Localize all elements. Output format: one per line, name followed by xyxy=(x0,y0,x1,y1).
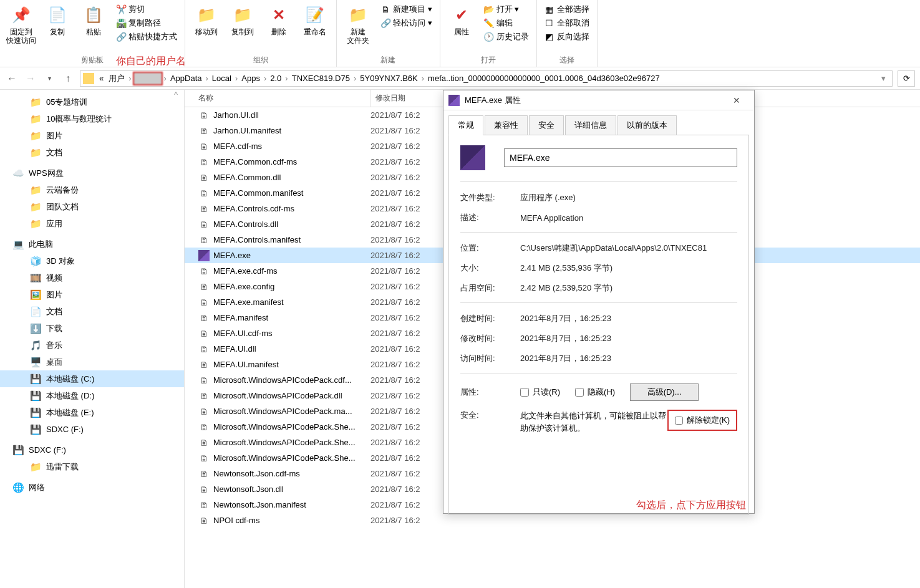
breadcrumb-dropdown-icon[interactable]: ▾ xyxy=(878,74,889,83)
shortcut-icon: 🔗 xyxy=(116,32,126,42)
readonly-checkbox[interactable]: 只读(R) xyxy=(520,387,560,398)
pin-to-quick-access-button[interactable]: 📌 固定到 快速访问 xyxy=(5,2,37,51)
nav-item-19[interactable]: 💾SDXC (F:) xyxy=(0,421,184,438)
breadcrumb-users[interactable]: 用户 xyxy=(106,71,127,86)
file-name: MEFA.UI.cdf-ms xyxy=(213,329,370,338)
nav-item-7[interactable]: 📁应用 xyxy=(0,215,184,232)
nav-item-4[interactable]: ☁️WPS网盘 xyxy=(0,165,184,181)
properties-button[interactable]: ✔ 属性 xyxy=(445,2,478,51)
easy-access-button[interactable]: 🔗轻松访问 ▾ xyxy=(378,16,435,30)
column-name[interactable]: 名称 xyxy=(185,90,370,107)
file-date: 2021/8/7 16:2 xyxy=(370,142,420,151)
nav-item-5[interactable]: 📁云端备份 xyxy=(0,181,184,198)
move-icon: 📁 xyxy=(196,5,216,25)
file-date: 2021/8/7 16:2 xyxy=(370,297,420,307)
rename-button[interactable]: 📝 重命名 xyxy=(299,2,331,51)
file-name: MEFA.Controls.cdf-ms xyxy=(213,204,370,213)
disk-icon: 💾 xyxy=(30,390,41,402)
nav-item-12[interactable]: 📄文档 xyxy=(0,303,184,320)
breadcrumb-apps[interactable]: Apps xyxy=(239,71,263,86)
move-to-button[interactable]: 📁 移动到 xyxy=(190,2,223,51)
navigation-pane[interactable]: ^ 📁05专题培训📁10概率与数理统计📁图片📁文档☁️WPS网盘📁云端备份📁团队… xyxy=(0,90,185,588)
file-icon: 🗎 xyxy=(198,125,210,137)
disk-icon: 💾 xyxy=(30,374,41,385)
close-button[interactable]: ✕ xyxy=(724,92,749,109)
forward-button[interactable]: → xyxy=(24,72,37,85)
new-item-button[interactable]: 🗎新建项目 ▾ xyxy=(378,2,435,16)
nav-item-18[interactable]: 💾本地磁盘 (E:) xyxy=(0,404,184,421)
select-none-button[interactable]: ☐全部取消 xyxy=(542,16,592,30)
nav-item-label: 本地磁盘 (C:) xyxy=(46,374,94,385)
breadcrumb-5y09[interactable]: 5Y09YNX7.B6K xyxy=(357,71,420,86)
hidden-checkbox[interactable]: 隐藏(H) xyxy=(575,387,615,398)
column-date[interactable]: 修改日期 xyxy=(370,90,445,107)
nav-item-16[interactable]: 💾本地磁盘 (C:) xyxy=(0,370,184,387)
new-folder-button[interactable]: 📁 新建 文件夹 xyxy=(342,2,374,51)
select-all-button[interactable]: ▦全部选择 xyxy=(542,2,592,16)
copy-to-button[interactable]: 📁 复制到 xyxy=(226,2,259,51)
breadcrumb-username-redacted[interactable] xyxy=(133,72,163,85)
tab-security[interactable]: 安全 xyxy=(529,115,564,135)
paste-shortcut-button[interactable]: 🔗粘贴快捷方式 xyxy=(114,30,180,44)
paste-button[interactable]: 📋 粘贴 xyxy=(77,2,110,51)
nav-item-0[interactable]: 📁05专题培训 xyxy=(0,94,184,110)
group-label-organize: 组织 xyxy=(190,54,331,67)
nav-item-9[interactable]: 🧊3D 对象 xyxy=(0,253,184,269)
breadcrumb-local[interactable]: Local xyxy=(210,71,234,86)
advanced-button[interactable]: 高级(D)... xyxy=(630,383,699,401)
delete-button[interactable]: ✕ 删除 xyxy=(263,2,295,51)
file-icon: 🗎 xyxy=(198,172,210,183)
nav-item-11[interactable]: 🖼️图片 xyxy=(0,286,184,303)
refresh-button[interactable]: ⟳ xyxy=(898,70,915,87)
nav-item-15[interactable]: 🖥️桌面 xyxy=(0,354,184,370)
copy-path-button[interactable]: 🛣️复制路径 xyxy=(114,16,180,30)
nav-item-label: 文档 xyxy=(46,306,62,317)
back-button[interactable]: ← xyxy=(5,72,19,85)
nav-item-10[interactable]: 🎞️视频 xyxy=(0,269,184,286)
nav-item-6[interactable]: 📁团队文档 xyxy=(0,198,184,215)
filename-input[interactable] xyxy=(504,148,737,167)
nav-item-label: 团队文档 xyxy=(46,201,79,213)
unblock-checkbox[interactable]: 解除锁定(K) xyxy=(667,410,737,431)
nav-item-21[interactable]: 📁迅雷下载 xyxy=(0,458,184,475)
breadcrumb-tnxec[interactable]: TNXEC819.D75 xyxy=(289,71,352,86)
breadcrumb-overflow[interactable]: « xyxy=(97,71,106,86)
nav-item-3[interactable]: 📁文档 xyxy=(0,144,184,161)
file-date: 2021/8/7 16:2 xyxy=(370,375,420,385)
nav-item-13[interactable]: ⬇️下载 xyxy=(0,320,184,337)
nav-item-8[interactable]: 💻此电脑 xyxy=(0,236,184,253)
nav-item-14[interactable]: 🎵音乐 xyxy=(0,337,184,354)
file-icon-large xyxy=(460,145,485,170)
file-name: Newtonsoft.Json.manifest xyxy=(213,500,370,509)
cut-button[interactable]: ✂️剪切 xyxy=(114,2,180,16)
tab-compatibility[interactable]: 兼容性 xyxy=(485,115,528,135)
file-date: 2021/8/7 16:2 xyxy=(370,360,420,369)
recent-dropdown[interactable]: ▾ xyxy=(42,72,56,85)
file-icon: 🗎 xyxy=(198,484,210,495)
tab-previous-versions[interactable]: 以前的版本 xyxy=(617,115,677,135)
dialog-titlebar[interactable]: MEFA.exe 属性 ✕ xyxy=(443,90,754,110)
invert-selection-button[interactable]: ◩反向选择 xyxy=(542,30,592,44)
breadcrumb-appdata[interactable]: AppData xyxy=(168,71,205,86)
breadcrumb-20[interactable]: 2.0 xyxy=(268,71,284,86)
nav-item-2[interactable]: 📁图片 xyxy=(0,127,184,144)
file-date: 2021/8/7 16:2 xyxy=(370,157,420,166)
tab-general[interactable]: 常规 xyxy=(448,115,483,135)
breadcrumb-mefa[interactable]: mefa..tion_0000000000000000_0001.0006_04… xyxy=(425,71,662,86)
edit-button[interactable]: ✏️编辑 xyxy=(482,16,531,30)
up-button[interactable]: ↑ xyxy=(61,72,75,85)
nav-item-20[interactable]: 💾SDXC (F:) xyxy=(0,441,184,458)
nav-item-17[interactable]: 💾本地磁盘 (D:) xyxy=(0,387,184,404)
nav-item-label: 下载 xyxy=(46,323,62,334)
video-icon: 🎞️ xyxy=(30,272,41,284)
nav-item-22[interactable]: 🌐网络 xyxy=(0,479,184,496)
open-button[interactable]: 📂打开 ▾ xyxy=(482,2,531,16)
breadcrumb[interactable]: « 用户› › AppData› Local› Apps› 2.0› TNXEC… xyxy=(80,70,893,87)
security-label: 安全: xyxy=(460,410,520,421)
history-button[interactable]: 🕐历史记录 xyxy=(482,30,531,44)
copy-button[interactable]: 📄 复制 xyxy=(41,2,74,51)
tab-details[interactable]: 详细信息 xyxy=(565,115,616,135)
nav-item-1[interactable]: 📁10概率与数理统计 xyxy=(0,110,184,127)
file-date: 2021/8/7 16:2 xyxy=(370,469,420,478)
invert-icon: ◩ xyxy=(545,32,554,42)
